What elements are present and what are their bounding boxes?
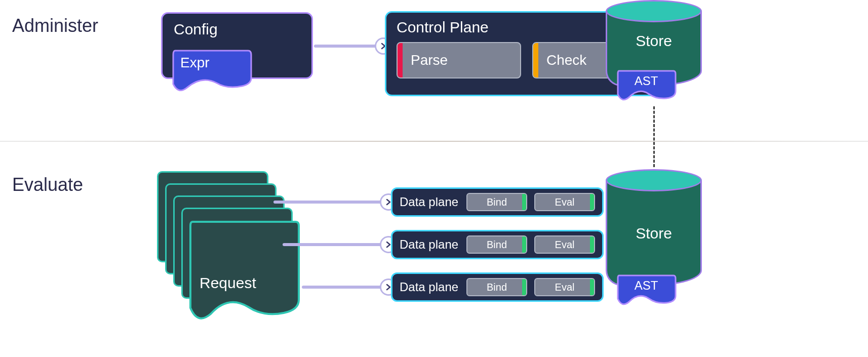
eval-box: Eval — [534, 193, 595, 211]
bind-label: Bind — [487, 282, 507, 293]
eval-box: Eval — [534, 235, 595, 254]
connector-config-to-control — [314, 45, 378, 48]
bind-stripe — [522, 236, 526, 253]
data-plane-label: Data plane — [400, 280, 458, 294]
data-plane-row-3: Data plane Bind Eval — [391, 272, 604, 302]
request-card-front: Request — [187, 219, 301, 319]
data-plane-row-1: Data plane Bind Eval — [391, 187, 604, 217]
section-label-administer: Administer — [12, 15, 98, 36]
eval-stripe — [590, 194, 594, 210]
ast-flag-bottom: AST — [616, 273, 677, 307]
ast-top-label: AST — [616, 74, 677, 88]
connector-request-to-dp-1 — [273, 201, 383, 204]
eval-stripe — [590, 279, 594, 295]
check-stripe — [533, 43, 538, 77]
eval-label: Eval — [555, 196, 575, 208]
parse-stripe — [398, 43, 403, 77]
request-label: Request — [200, 274, 256, 292]
store-top-label: Store — [606, 32, 702, 50]
expr-flag: Expr — [171, 49, 252, 92]
eval-label: Eval — [555, 239, 575, 251]
eval-label: Eval — [555, 282, 575, 293]
section-label-evaluate: Evaluate — [12, 174, 83, 195]
bind-box: Bind — [466, 235, 527, 254]
section-divider — [0, 141, 868, 142]
eval-box: Eval — [534, 278, 595, 296]
parse-label: Parse — [411, 52, 448, 68]
data-plane-label: Data plane — [400, 195, 458, 209]
data-plane-label: Data plane — [400, 237, 458, 252]
request-stack: Request — [157, 171, 289, 323]
eval-stripe — [590, 236, 594, 253]
expr-label: Expr — [180, 55, 210, 71]
bind-label: Bind — [487, 239, 507, 251]
bind-box: Bind — [466, 193, 527, 211]
bind-box: Bind — [466, 278, 527, 296]
data-plane-row-2: Data plane Bind Eval — [391, 230, 604, 259]
bind-stripe — [522, 279, 526, 295]
parse-box: Parse — [397, 42, 521, 78]
connector-request-to-dp-2 — [283, 243, 383, 246]
check-label: Check — [546, 52, 586, 68]
connector-request-to-dp-3 — [302, 286, 383, 289]
store-cylinder-bottom: Store — [606, 169, 702, 286]
ast-flag-top: AST — [616, 69, 677, 102]
store-bottom-label: Store — [606, 225, 702, 242]
ast-bottom-label: AST — [616, 279, 677, 293]
connector-store-to-store — [653, 106, 655, 167]
bind-label: Bind — [487, 196, 507, 208]
bind-stripe — [522, 194, 526, 210]
config-title: Config — [174, 21, 218, 37]
